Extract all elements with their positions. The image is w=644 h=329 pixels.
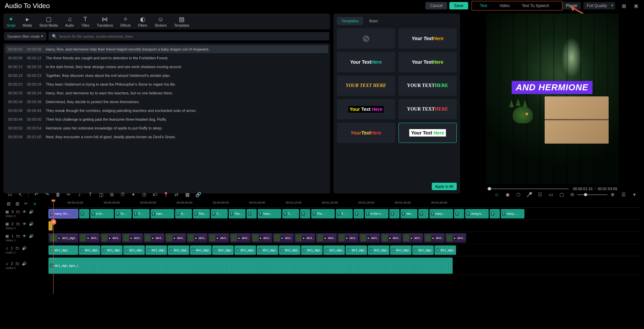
audio-clip[interactable]: ♫atv1_aigc.. (101, 245, 123, 255)
sparkle-icon[interactable]: ✦ (130, 192, 136, 197)
text-template-4[interactable]: YOUR TEXT HERE (337, 76, 395, 96)
text-clip[interactable]: T (418, 209, 428, 218)
tab-text[interactable]: Text (474, 2, 493, 9)
text-template-6[interactable]: Your Text Here (337, 99, 395, 119)
tool-script[interactable]: ✦Script (7, 16, 15, 27)
device-icon[interactable]: ▭ (548, 192, 554, 197)
audio-clip[interactable]: ♫atv1_aigc.. (123, 245, 145, 255)
tag-icon[interactable]: 🏷 (152, 192, 158, 197)
script-line[interactable]: 00:00:5400:01:00Next, they encounter a r… (5, 133, 328, 141)
audio-clip[interactable]: ♫atv1_aigc.. (146, 245, 167, 255)
video-clip[interactable]: ▸atv1.. (359, 233, 380, 243)
music-icon[interactable]: ♪ (76, 192, 83, 197)
audio-clip[interactable]: ♫atv1_aigc.. (412, 245, 434, 255)
video-clip[interactable]: ▸atv1.. (165, 233, 186, 243)
script-line[interactable]: 00:00:3800:00:44They sneak through the c… (5, 107, 328, 115)
script-line[interactable]: 00:00:4400:00:50Their first challenge is… (5, 115, 328, 123)
tracks-icon[interactable]: ▤ (5, 201, 11, 206)
filter-mode-dropdown[interactable]: Duration filter mode▾ (4, 32, 46, 40)
tool-media[interactable]: ▸Media (23, 16, 32, 27)
text-clip[interactable]: TThe ... (311, 209, 335, 218)
record-icon[interactable]: ◉ (505, 192, 511, 197)
tool-stock[interactable]: ▢Stock Media (39, 16, 58, 27)
script-line[interactable]: 00:00:2300:00:29They learn Voldemort is … (5, 80, 328, 88)
audio-clip[interactable]: ♫atv1_aigc.. (434, 245, 456, 255)
track-head-a1[interactable]: ♫1🗀🔊Audio 1 (3, 244, 47, 256)
player-canvas[interactable]: AND HERMIONE (486, 13, 619, 184)
clock-icon[interactable]: ◷ (141, 192, 147, 197)
redo-icon[interactable]: ↷ (44, 192, 50, 197)
script-line[interactable]: 00:00:5000:00:54Hermione uses her extens… (5, 124, 328, 132)
speed-icon[interactable]: ⏱ (120, 192, 126, 197)
tab-video[interactable]: Video (493, 2, 516, 9)
tl-select-icon[interactable]: ▭ (7, 192, 13, 197)
script-line[interactable]: 00:00:1200:00:18In the dark forest, they… (5, 63, 328, 71)
link-icon[interactable]: 🔗 (195, 192, 201, 197)
zoom-out-icon[interactable]: ⊖ (569, 192, 575, 197)
tool-titles[interactable]: TTitles (81, 16, 89, 27)
tl-cursor-icon[interactable]: ↖ (18, 192, 24, 197)
zoom-in-icon[interactable]: ⊕ (610, 192, 616, 197)
playhead[interactable]: ✕ (53, 200, 54, 294)
grid-icon[interactable]: ▦ (620, 3, 627, 8)
text-clip[interactable]: THarr... (151, 209, 174, 218)
text-clip[interactable]: T (490, 209, 500, 218)
text-clip[interactable]: T (454, 209, 464, 218)
mic-icon[interactable]: 🎤 (526, 192, 532, 197)
tab-tts[interactable]: Text To Speech (516, 2, 555, 9)
face-icon[interactable]: ☺ (494, 192, 500, 197)
shield-icon[interactable]: ⬡ (515, 192, 521, 197)
video-clip[interactable]: ▸atv1.. (143, 233, 164, 243)
text-template-1[interactable]: Your Text Here (398, 28, 457, 49)
text-icon[interactable]: T (87, 192, 93, 197)
audio-clip[interactable]: ♫atv1_aigc.. (368, 245, 389, 255)
magnet-icon[interactable]: ⊎ (32, 201, 38, 206)
text-template-2[interactable]: Your Text Here (337, 52, 395, 72)
search-box[interactable]: 🔍 (49, 32, 329, 40)
text-clip[interactable]: TTo... (115, 209, 132, 218)
quality-select[interactable]: Full Quality (583, 2, 615, 9)
text-clip[interactable]: T (389, 209, 399, 218)
undo-icon[interactable]: ↶ (33, 192, 39, 197)
text-template-7[interactable]: YOUR TEXT HERE (398, 99, 457, 119)
video-clip[interactable]: ▸atv1.. (122, 233, 143, 243)
track-head-v2[interactable]: ▦2🗀👁🔊Video 2 (3, 220, 47, 232)
apply-to-all-button[interactable]: Apply to All (432, 183, 457, 190)
aspect-icon[interactable]: ▢ (558, 192, 565, 197)
mixer-icon[interactable]: ☷ (537, 192, 543, 197)
save-button[interactable]: Save (449, 2, 468, 9)
video-clip[interactable]: ▸atv1.. (294, 233, 315, 243)
timeline-ruler[interactable]: 00:00:10:0000:00:20:0000:00:30:0000:00:4… (47, 200, 641, 208)
video-clip[interactable]: ▸atv1.. (100, 233, 121, 243)
text-template-8[interactable]: Your Text Here (337, 123, 395, 143)
audio-clip[interactable]: ♫atv1_aigc.. (390, 245, 412, 255)
video-clip[interactable]: ▸atv1.. (79, 233, 100, 243)
crop-icon[interactable]: ◫ (98, 192, 104, 197)
tool-filters[interactable]: ◐Filters (138, 16, 147, 27)
audio-clip[interactable]: ♫atv1_aigc.. (346, 245, 367, 255)
split-icon[interactable]: ✂ (23, 201, 29, 206)
video-clip[interactable]: ▸atv1.. (230, 233, 251, 243)
snapshot-icon[interactable]: ▣ (633, 3, 639, 8)
audio-clip[interactable]: ♫atv1_aigc.. (323, 245, 345, 255)
text-clip[interactable]: TT... (336, 209, 353, 218)
track-head-v3[interactable]: ▦3🗀👁🔊Video 3 (3, 208, 47, 220)
dual-icon[interactable]: ▥ (14, 201, 20, 206)
list-icon[interactable]: ☰ (620, 192, 626, 197)
video-clip[interactable]: ▸atv1.. (337, 233, 358, 243)
audio-clip[interactable]: ♫atv1_aigc.. (79, 245, 100, 255)
pin-icon[interactable]: 📍 (163, 192, 169, 197)
text-clip[interactable]: THer... (400, 209, 417, 218)
cut-icon[interactable]: ✂ (66, 192, 72, 197)
script-line[interactable]: 00:00:2900:00:34Harry, Ron, and Hermione… (5, 89, 328, 97)
copy-icon[interactable]: ⧉ (109, 192, 115, 198)
search-input[interactable] (59, 32, 326, 40)
video-clip[interactable]: ▸atv1.. (187, 233, 207, 243)
text-clip[interactable]: T (247, 209, 257, 218)
text-template-0[interactable]: ⊘ (337, 28, 395, 49)
text-clip[interactable]: TIn the n... (365, 209, 388, 218)
subtab-templates[interactable]: Templates (337, 17, 363, 25)
text-clip[interactable]: TUsing b... (465, 209, 489, 218)
chevron-down-icon[interactable]: ▾ (631, 192, 637, 197)
audio-clip[interactable]: ♫atv1_aigc.. (234, 245, 256, 255)
